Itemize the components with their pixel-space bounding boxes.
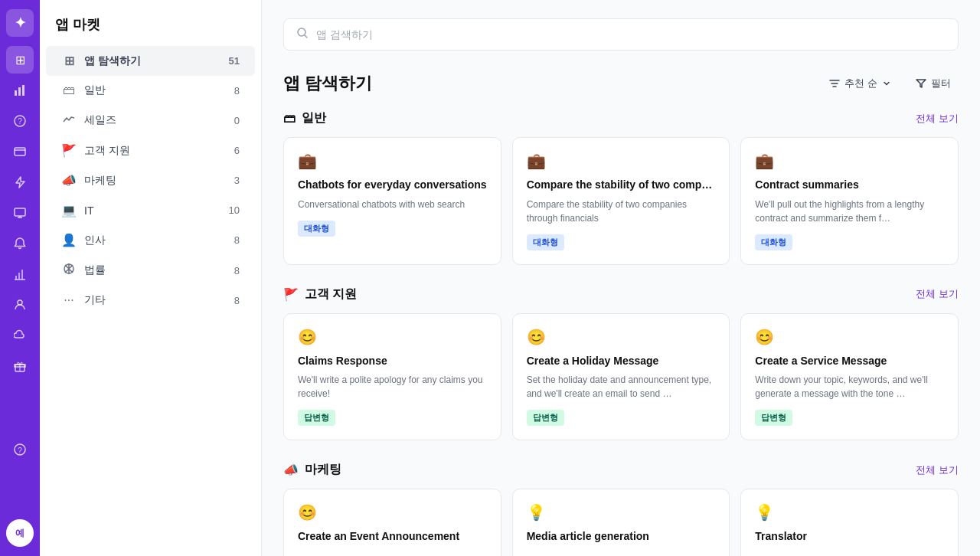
sort-button[interactable]: 추천 순 <box>822 72 899 95</box>
card-title-translator: Translator <box>755 529 944 545</box>
section-general: 🗃 일반 전체 보기 💼 Chatbots for everyday conve… <box>283 110 959 265</box>
svg-text:?: ? <box>18 446 22 455</box>
rail-item-inbox[interactable] <box>6 138 34 165</box>
card-compare[interactable]: 💼 Compare the stability of two comp… Com… <box>512 137 730 265</box>
card-icon-service-msg: 😊 <box>755 328 944 346</box>
sidebar-item-support[interactable]: 🚩 고객 지원 6 <box>46 136 255 165</box>
sales-icon <box>61 113 77 128</box>
card-icon-compare: 💼 <box>527 152 716 170</box>
card-title-contract: Contract summaries <box>755 178 944 193</box>
main-content: 앱 탐색하기 추천 순 필터 🗃 일반 전체 보기 💼 Chatb <box>262 0 980 556</box>
sidebar-item-other[interactable]: ··· 기타 8 <box>46 286 255 315</box>
view-all-marketing[interactable]: 전체 보기 <box>916 463 959 477</box>
card-desc-holiday: Set the holiday date and announcement ty… <box>527 373 716 401</box>
sidebar-item-general[interactable]: 🗃 일반 8 <box>46 76 255 105</box>
sidebar-title: 앱 마켓 <box>40 0 261 46</box>
card-title-holiday: Create a Holiday Message <box>527 354 716 369</box>
search-icon <box>296 27 309 42</box>
card-icon-chatbots: 💼 <box>298 152 487 170</box>
section-marketing: 📣 마케팅 전체 보기 😊 Create an Event Announceme… <box>283 462 959 556</box>
sidebar-item-browse[interactable]: ⊞ 앱 탐색하기 51 <box>46 46 255 76</box>
card-translator[interactable]: 💡 Translator <box>740 489 959 556</box>
card-icon-contract: 💼 <box>755 152 944 170</box>
rail-item-person[interactable] <box>6 291 34 319</box>
page-title: 앱 탐색하기 <box>283 72 372 95</box>
general-section-icon: 🗃 <box>283 112 296 126</box>
card-title-compare: Compare the stability of two comp… <box>527 178 716 193</box>
sidebar-item-it[interactable]: 💻 IT 10 <box>46 195 255 225</box>
sidebar-item-marketing[interactable]: 📣 마케팅 3 <box>46 165 255 195</box>
section-title-support: 🚩 고객 지원 <box>283 286 357 303</box>
card-claims[interactable]: 😊 Claims Response We'll write a polite a… <box>283 313 501 441</box>
icon-rail: ✦ ⊞ ? ? 예 <box>0 0 40 556</box>
rail-item-cloud[interactable] <box>6 322 34 349</box>
svg-rect-0 <box>15 90 17 96</box>
cards-grid-general: 💼 Chatbots for everyday conversations Co… <box>283 137 959 265</box>
user-avatar[interactable]: 예 <box>6 519 34 547</box>
other-icon: ··· <box>61 293 77 307</box>
sidebar-nav: ⊞ 앱 탐색하기 51 🗃 일반 8 세일즈 0 🚩 고객 지원 6 📣 마케팅… <box>40 46 261 556</box>
rail-item-monitor[interactable] <box>6 199 34 227</box>
view-all-support[interactable]: 전체 보기 <box>916 287 959 301</box>
svg-text:?: ? <box>18 117 22 126</box>
header-controls: 추천 순 필터 <box>822 72 959 95</box>
card-badge-contract: 대화형 <box>755 234 792 250</box>
card-title-claims: Claims Response <box>298 354 487 369</box>
rail-item-bar[interactable] <box>6 260 34 288</box>
card-event-announcement[interactable]: 😊 Create an Event Announcement <box>283 489 501 556</box>
card-icon-translator: 💡 <box>755 503 944 522</box>
svg-rect-2 <box>22 85 24 96</box>
card-title-service-msg: Create a Service Message <box>755 354 944 369</box>
card-media-article[interactable]: 💡 Media article generation <box>512 489 730 556</box>
card-chatbots[interactable]: 💼 Chatbots for everyday conversations Co… <box>283 137 501 265</box>
rail-item-gift[interactable] <box>6 352 34 380</box>
browse-icon: ⊞ <box>61 54 77 68</box>
support-icon: 🚩 <box>61 143 77 158</box>
search-input[interactable] <box>316 28 946 41</box>
sidebar-item-sales[interactable]: 세일즈 0 <box>46 105 255 136</box>
svg-rect-6 <box>15 208 25 216</box>
card-service-msg[interactable]: 😊 Create a Service Message Write down yo… <box>740 313 959 441</box>
general-icon: 🗃 <box>61 83 77 97</box>
rail-item-chart[interactable] <box>6 77 34 104</box>
sidebar-item-legal[interactable]: 법률 8 <box>46 255 255 286</box>
svg-point-7 <box>18 300 22 305</box>
sidebar-item-hr[interactable]: 👤 인사 8 <box>46 225 255 255</box>
card-contract[interactable]: 💼 Contract summaries We'll pull out the … <box>740 137 959 265</box>
card-title-chatbots: Chatbots for everyday conversations <box>298 178 487 193</box>
card-title-media: Media article generation <box>527 529 716 545</box>
card-badge-chatbots: 대화형 <box>298 221 335 237</box>
view-all-general[interactable]: 전체 보기 <box>916 112 959 126</box>
search-bar[interactable] <box>283 18 959 51</box>
card-desc-contract: We'll pull out the highlights from a len… <box>755 198 944 225</box>
section-support: 🚩 고객 지원 전체 보기 😊 Claims Response We'll wr… <box>283 286 959 441</box>
rail-item-grid[interactable]: ⊞ <box>6 46 34 74</box>
section-header-general: 🗃 일반 전체 보기 <box>283 110 959 126</box>
marketing-section-icon: 📣 <box>283 463 299 477</box>
card-desc-claims: We'll write a polite apology for any cla… <box>298 373 487 401</box>
rail-item-question[interactable]: ? <box>6 107 34 135</box>
rail-item-lightning[interactable] <box>6 168 34 196</box>
section-title-general: 🗃 일반 <box>283 110 326 126</box>
support-section-icon: 🚩 <box>283 287 299 302</box>
logo[interactable]: ✦ <box>6 9 34 37</box>
rail-item-bell[interactable] <box>6 230 34 257</box>
svg-rect-5 <box>15 148 25 155</box>
section-title-marketing: 📣 마케팅 <box>283 462 341 478</box>
card-icon-holiday: 😊 <box>527 328 716 346</box>
card-holiday[interactable]: 😊 Create a Holiday Message Set the holid… <box>512 313 730 441</box>
card-icon-media: 💡 <box>527 503 716 522</box>
legal-icon <box>61 263 77 278</box>
card-desc-compare: Compare the stability of two companies t… <box>527 198 716 225</box>
hr-icon: 👤 <box>61 233 77 247</box>
card-icon-event: 😊 <box>298 503 487 522</box>
card-title-event: Create an Event Announcement <box>298 529 487 545</box>
card-icon-claims: 😊 <box>298 328 487 346</box>
it-icon: 💻 <box>61 203 77 217</box>
card-desc-chatbots: Conversational chatbots with web search <box>298 198 487 211</box>
rail-item-help[interactable]: ? <box>6 436 34 463</box>
card-desc-service-msg: Write down your topic, keywords, and we'… <box>755 373 944 401</box>
svg-rect-1 <box>18 87 21 96</box>
card-badge-service-msg: 답변형 <box>755 410 792 426</box>
filter-button[interactable]: 필터 <box>908 72 959 95</box>
